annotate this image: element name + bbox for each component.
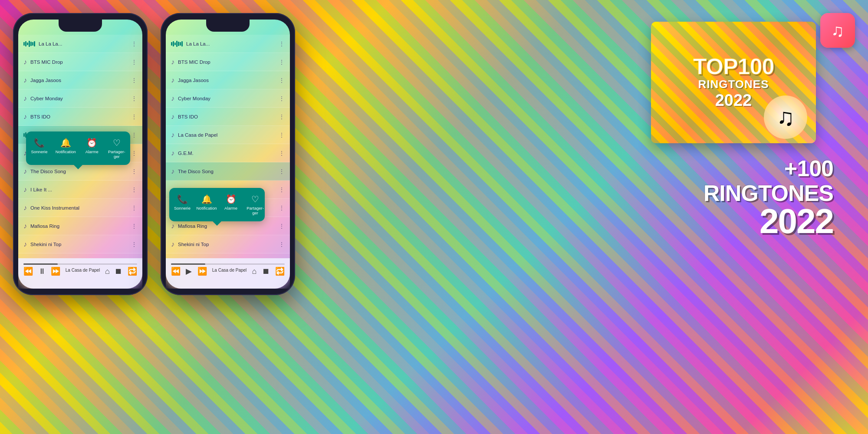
song-item[interactable]: ♪Shekini ni Top⋮ bbox=[18, 235, 142, 253]
song-item[interactable]: ♪G.E.M.⋮ bbox=[166, 144, 290, 162]
song-item[interactable]: ♪Jagga Jasoos⋮ bbox=[18, 71, 142, 89]
song-menu-icon[interactable]: ⋮ bbox=[131, 113, 137, 120]
song-item[interactable]: ♪Tamma Tamma⋮ bbox=[18, 253, 142, 258]
song-item[interactable]: ♪Cyber Monday⋮ bbox=[18, 89, 142, 108]
song-name-label: G.E.M. bbox=[178, 151, 279, 156]
song-item[interactable]: ♪Shekini ni Top⋮ bbox=[166, 235, 290, 253]
context-menu-alarme-left[interactable]: ⏰ Alarme bbox=[81, 135, 103, 161]
song-menu-icon[interactable]: ⋮ bbox=[131, 59, 137, 66]
song-item[interactable]: ♪BTS MIC Drop⋮ bbox=[18, 53, 142, 71]
context-menu-partager-right[interactable]: ♡ Partager-ger bbox=[244, 191, 266, 218]
song-menu-icon[interactable]: ⋮ bbox=[279, 241, 285, 248]
context-menu-right[interactable]: 📞 Sonnerie 🔔 Notification ⏰ Alarme ♡ Par… bbox=[169, 188, 265, 221]
forward-btn-left[interactable]: ⏩ bbox=[51, 266, 60, 276]
notification-icon: 🔔 bbox=[60, 138, 71, 148]
songs-right-container: La La La...⋮♪BTS MIC Drop⋮♪Jagga Jasoos⋮… bbox=[166, 35, 290, 258]
song-name-label: La La La... bbox=[39, 41, 131, 46]
promo-line2: 2022 bbox=[651, 206, 833, 237]
app-icon-button[interactable]: ♫ bbox=[820, 13, 855, 48]
song-menu-icon[interactable]: ⋮ bbox=[131, 77, 137, 84]
song-item[interactable]: ♪BTS MIC Drop⋮ bbox=[166, 53, 290, 71]
song-item[interactable]: ♪The Disco Song⋮ bbox=[166, 162, 290, 181]
rewind-btn-left[interactable]: ⏪ bbox=[23, 266, 33, 276]
progress-fill-left bbox=[23, 263, 58, 265]
forward-btn-right[interactable]: ⏩ bbox=[197, 266, 207, 276]
song-item[interactable]: La La La...⋮ bbox=[166, 35, 290, 53]
song-menu-icon[interactable]: ⋮ bbox=[279, 204, 285, 211]
partager-label-right: Partager-ger bbox=[247, 206, 264, 215]
phone-left: La La La...⋮♪BTS MIC Drop⋮♪Jagga Jasoos⋮… bbox=[13, 13, 148, 295]
rewind-btn-right[interactable]: ⏪ bbox=[171, 266, 181, 276]
home-btn-right[interactable]: ⌂ bbox=[252, 267, 257, 276]
song-name-label: Jagga Jasoos bbox=[30, 78, 131, 83]
song-menu-icon[interactable]: ⋮ bbox=[131, 241, 137, 248]
song-item[interactable]: ♪I Like It ...⋮ bbox=[18, 181, 142, 199]
context-menu-alarme-right[interactable]: ⏰ Alarme bbox=[220, 191, 242, 218]
player-controls-left: ⏪ ⏸ ⏩ La Casa de Papel ⌂ ⏹ 🔁 bbox=[23, 266, 137, 276]
song-item[interactable]: ♪BTS IDO⋮ bbox=[166, 108, 290, 126]
song-menu-icon[interactable]: ⋮ bbox=[279, 223, 285, 230]
repeat-btn-right[interactable]: 🔁 bbox=[275, 266, 285, 276]
song-menu-icon[interactable]: ⋮ bbox=[131, 95, 137, 102]
song-menu-icon[interactable]: ⋮ bbox=[131, 223, 137, 230]
song-name-label: BTS IDO bbox=[178, 114, 279, 119]
album-music-note: ♫ bbox=[776, 103, 794, 131]
context-menu-partager-left[interactable]: ♡ Partager-ger bbox=[105, 135, 128, 161]
song-menu-icon[interactable]: ⋮ bbox=[279, 132, 285, 138]
home-btn-left[interactable]: ⌂ bbox=[105, 267, 110, 276]
context-menu-left[interactable]: 📞 Sonnerie 🔔 Notification ⏰ Alarme ♡ Par… bbox=[26, 132, 130, 165]
promo-line1: +100 RINGTONES bbox=[651, 156, 833, 206]
phone-right-screen: La La La...⋮♪BTS MIC Drop⋮♪Jagga Jasoos⋮… bbox=[166, 20, 290, 289]
song-menu-icon[interactable]: ⋮ bbox=[131, 204, 137, 211]
repeat-btn-left[interactable]: 🔁 bbox=[128, 266, 137, 276]
music-note-icon: ♪ bbox=[23, 204, 27, 212]
notification-label-left: Notification bbox=[56, 149, 76, 154]
player-controls-right: ⏪ ▶ ⏩ La Casa de Papel ⌂ ⏹ 🔁 bbox=[171, 266, 285, 276]
phone-left-notch bbox=[59, 20, 102, 32]
song-menu-icon[interactable]: ⋮ bbox=[279, 95, 285, 102]
song-menu-icon[interactable]: ⋮ bbox=[131, 150, 137, 157]
song-name-label: Mafiosa Ring bbox=[30, 224, 131, 229]
song-list-right: La La La...⋮♪BTS MIC Drop⋮♪Jagga Jasoos⋮… bbox=[166, 35, 290, 258]
sonnerie-label-left: Sonnerie bbox=[31, 149, 47, 154]
stop-btn-right[interactable]: ⏹ bbox=[262, 267, 270, 276]
play-btn-right[interactable]: ▶ bbox=[186, 266, 192, 276]
song-menu-icon[interactable]: ⋮ bbox=[279, 150, 285, 157]
song-menu-icon[interactable]: ⋮ bbox=[131, 186, 137, 193]
music-note-icon: ♪ bbox=[23, 58, 27, 66]
song-menu-icon[interactable]: ⋮ bbox=[131, 168, 137, 175]
song-item[interactable]: ♪Tamma Tamma⋮ bbox=[166, 253, 290, 258]
song-item[interactable]: ♪Jagga Jasoos⋮ bbox=[166, 71, 290, 89]
context-menu-notification-left[interactable]: 🔔 Notification bbox=[53, 135, 79, 161]
pause-btn-left[interactable]: ⏸ bbox=[38, 267, 46, 276]
song-menu-icon[interactable]: ⋮ bbox=[279, 168, 285, 175]
song-menu-icon[interactable]: ⋮ bbox=[279, 59, 285, 66]
music-note-icon: ♪ bbox=[23, 168, 27, 175]
song-name-label: BTS MIC Drop bbox=[178, 59, 279, 65]
context-menu-sonnerie-left[interactable]: 📞 Sonnerie bbox=[28, 135, 51, 161]
song-menu-icon[interactable]: ⋮ bbox=[279, 186, 285, 193]
song-name-label: Shekini ni Top bbox=[178, 242, 279, 247]
stop-btn-left[interactable]: ⏹ bbox=[115, 267, 122, 276]
song-menu-icon[interactable]: ⋮ bbox=[279, 113, 285, 120]
song-item[interactable]: ♪La Casa de Papel⋮ bbox=[166, 126, 290, 144]
song-item[interactable]: ♪Mafiosa Ring⋮ bbox=[18, 217, 142, 235]
context-menu-notification-right[interactable]: 🔔 Notification bbox=[195, 191, 218, 218]
song-menu-icon[interactable]: ⋮ bbox=[279, 77, 285, 84]
progress-bar-left[interactable] bbox=[23, 263, 137, 265]
song-item[interactable]: ♪One Kiss Instrumental⋮ bbox=[18, 199, 142, 217]
progress-bar-right[interactable] bbox=[171, 263, 285, 265]
song-name-label: Shekini ni Top bbox=[30, 242, 131, 247]
song-item[interactable]: La La La...⋮ bbox=[18, 35, 142, 53]
song-item[interactable]: ♪Cyber Monday⋮ bbox=[166, 89, 290, 108]
alarme-label-left: Alarme bbox=[85, 149, 99, 154]
song-item[interactable]: ♪BTS IDO⋮ bbox=[18, 108, 142, 126]
phones-container: La La La...⋮♪BTS MIC Drop⋮♪Jagga Jasoos⋮… bbox=[13, 13, 295, 295]
song-menu-icon[interactable]: ⋮ bbox=[131, 40, 137, 47]
context-menu-sonnerie-right[interactable]: 📞 Sonnerie bbox=[171, 191, 194, 218]
music-note-icon: ♪ bbox=[23, 222, 27, 230]
song-menu-icon[interactable]: ⋮ bbox=[279, 40, 285, 47]
alarm-icon: ⏰ bbox=[86, 138, 97, 148]
song-menu-icon[interactable]: ⋮ bbox=[131, 132, 137, 138]
music-note-icon: ♪ bbox=[171, 76, 174, 84]
